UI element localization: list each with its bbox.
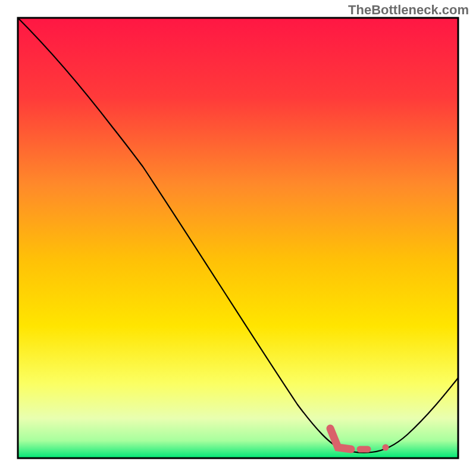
chart-svg bbox=[0, 0, 476, 476]
chart-container: TheBottleneck.com bbox=[0, 0, 476, 476]
plot-area bbox=[18, 18, 458, 458]
highlight-dot bbox=[383, 444, 389, 451]
attribution-label: TheBottleneck.com bbox=[348, 2, 469, 18]
